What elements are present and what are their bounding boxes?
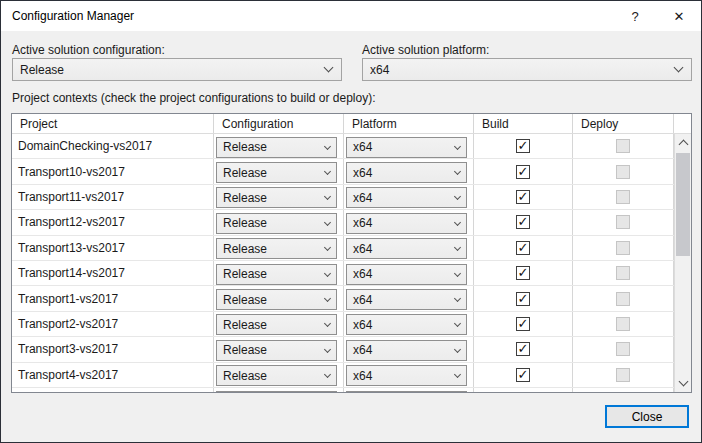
column-header-project: Project: [12, 114, 214, 133]
build-cell: [474, 388, 573, 392]
build-cell: ✓: [474, 236, 573, 260]
deploy-cell: [573, 312, 674, 336]
close-icon: ✕: [674, 9, 685, 24]
project-name-cell[interactable]: Transport12-vs2017: [12, 210, 214, 234]
configuration-select-value: Release: [223, 191, 325, 205]
column-header-build: Build: [474, 114, 573, 133]
deploy-checkbox: [616, 368, 630, 382]
configuration-select-value: Release: [223, 343, 325, 357]
platform-cell: x64: [344, 286, 474, 310]
chevron-down-icon: [324, 168, 331, 175]
deploy-cell: [573, 337, 674, 361]
project-name: Transport10-vs2017: [18, 165, 125, 179]
build-checkbox[interactable]: ✓: [516, 241, 530, 255]
window-close-button[interactable]: ✕: [657, 1, 701, 31]
chevron-down-icon: [454, 270, 461, 277]
configuration-select[interactable]: Release: [216, 289, 337, 310]
platform-select[interactable]: x64: [346, 238, 467, 259]
configuration-select[interactable]: Release: [216, 340, 337, 361]
build-checkbox[interactable]: ✓: [516, 139, 530, 153]
platform-cell: x64: [344, 185, 474, 209]
project-name-cell[interactable]: Transport11-vs2017: [12, 185, 214, 209]
configuration-select[interactable]: [216, 391, 337, 392]
configuration-select[interactable]: Release: [216, 264, 337, 285]
chevron-down-icon: [324, 270, 331, 277]
platform-cell: x64: [344, 261, 474, 285]
project-name: DomainChecking-vs2017: [18, 139, 152, 153]
configuration-cell: Release: [214, 312, 344, 336]
deploy-checkbox: [616, 317, 630, 331]
platform-select[interactable]: x64: [346, 340, 467, 361]
project-name-cell[interactable]: Transport1-vs2017: [12, 286, 214, 310]
configuration-select[interactable]: Release: [216, 314, 337, 335]
scrollbar-thumb[interactable]: [676, 153, 690, 256]
project-name-cell[interactable]: Transport14-vs2017: [12, 261, 214, 285]
table-row: Transport2-vs2017Releasex64✓: [12, 312, 674, 337]
project-name-cell[interactable]: Transport4-vs2017: [12, 363, 214, 387]
build-checkbox[interactable]: ✓: [516, 342, 530, 356]
configuration-select[interactable]: Release: [216, 238, 337, 259]
platform-select-value: x64: [353, 343, 455, 357]
configuration-cell: Release: [214, 363, 344, 387]
chevron-down-icon: [324, 219, 331, 226]
project-name: Transport4-vs2017: [18, 368, 118, 382]
project-name-cell[interactable]: Transport2-vs2017: [12, 312, 214, 336]
platform-select[interactable]: x64: [346, 213, 467, 234]
build-checkbox[interactable]: ✓: [516, 292, 530, 306]
configuration-cell: Release: [214, 210, 344, 234]
platform-select[interactable]: x64: [346, 162, 467, 183]
project-contexts-grid: Project Configuration Platform Build Dep…: [11, 113, 692, 393]
chevron-down-icon: [324, 371, 331, 378]
project-name: Transport3-vs2017: [18, 342, 118, 356]
build-checkbox[interactable]: ✓: [516, 190, 530, 204]
platform-select[interactable]: x64: [346, 289, 467, 310]
configuration-select[interactable]: Release: [216, 187, 337, 208]
platform-select-value: x64: [353, 242, 455, 256]
platform-select[interactable]: [346, 391, 467, 392]
build-checkbox[interactable]: ✓: [516, 317, 530, 331]
configuration-select-value: Release: [223, 267, 325, 281]
scroll-down-button[interactable]: [675, 375, 691, 392]
deploy-checkbox: [616, 215, 630, 229]
platform-cell: [344, 388, 474, 392]
platform-cell: x64: [344, 312, 474, 336]
platform-cell: x64: [344, 363, 474, 387]
platform-select[interactable]: x64: [346, 264, 467, 285]
configuration-select[interactable]: Release: [216, 162, 337, 183]
build-cell: ✓: [474, 185, 573, 209]
platform-select[interactable]: x64: [346, 314, 467, 335]
vertical-scrollbar[interactable]: [674, 134, 691, 392]
help-button[interactable]: ?: [613, 1, 657, 31]
platform-select[interactable]: x64: [346, 365, 467, 386]
project-name-cell[interactable]: DomainChecking-vs2017: [12, 134, 214, 158]
deploy-checkbox: [616, 342, 630, 356]
project-name-cell[interactable]: [12, 388, 214, 392]
platform-cell: x64: [344, 337, 474, 361]
scroll-up-button[interactable]: [675, 134, 691, 151]
active-configuration-select[interactable]: Release: [12, 58, 342, 81]
close-button[interactable]: Close: [605, 405, 689, 428]
configuration-select[interactable]: Release: [216, 137, 337, 158]
active-platform-select[interactable]: x64: [362, 58, 692, 81]
project-name-cell[interactable]: Transport3-vs2017: [12, 337, 214, 361]
project-name-cell[interactable]: Transport13-vs2017: [12, 236, 214, 260]
platform-cell: x64: [344, 236, 474, 260]
titlebar[interactable]: Configuration Manager ? ✕: [1, 1, 701, 31]
platform-select[interactable]: x64: [346, 187, 467, 208]
build-checkbox[interactable]: ✓: [516, 215, 530, 229]
project-name-cell[interactable]: Transport10-vs2017: [12, 159, 214, 183]
chevron-down-icon: [324, 295, 331, 302]
platform-select[interactable]: x64: [346, 137, 467, 158]
chevron-down-icon: [324, 143, 331, 150]
chevron-down-icon: [454, 320, 461, 327]
table-row: Transport11-vs2017Releasex64✓: [12, 185, 674, 210]
build-checkbox[interactable]: ✓: [516, 165, 530, 179]
build-checkbox[interactable]: ✓: [516, 266, 530, 280]
configuration-select[interactable]: Release: [216, 365, 337, 386]
configuration-select[interactable]: Release: [216, 213, 337, 234]
configuration-cell: Release: [214, 337, 344, 361]
deploy-cell: [573, 236, 674, 260]
help-icon: ?: [631, 9, 638, 24]
build-checkbox[interactable]: ✓: [516, 368, 530, 382]
table-row: Transport3-vs2017Releasex64✓: [12, 337, 674, 362]
